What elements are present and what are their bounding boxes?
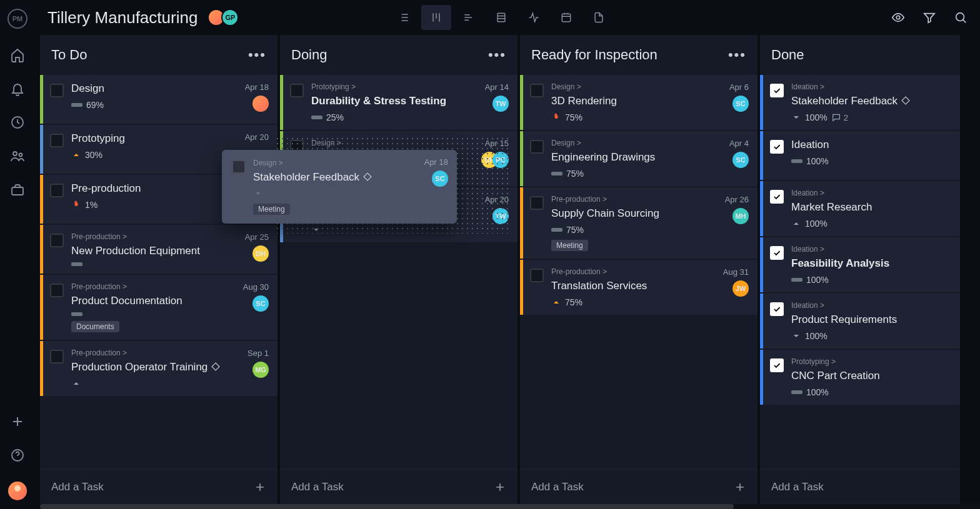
- gantt-view-icon[interactable]: [454, 5, 484, 30]
- assignee-avatars[interactable]: JW: [732, 280, 749, 297]
- task-card[interactable]: Pre-production > Product Documentation D…: [40, 275, 278, 340]
- assignee-avatars[interactable]: TW: [492, 96, 509, 112]
- task-checkbox[interactable]: [530, 84, 544, 97]
- dragging-card[interactable]: Design > Stakeholder Feedback Meeting Ap…: [222, 150, 457, 224]
- task-checkbox[interactable]: [50, 284, 64, 297]
- column-menu-icon[interactable]: •••: [728, 47, 746, 63]
- task-checkbox[interactable]: [50, 184, 64, 197]
- horizontal-scrollbar[interactable]: [40, 504, 980, 509]
- task-card[interactable]: Ideation > Stakeholder Feedback 100% 2: [760, 75, 960, 130]
- assignee-avatar[interactable]: SC: [432, 170, 448, 187]
- card-date: Sep 1: [248, 348, 269, 358]
- task-checkbox[interactable]: [770, 246, 784, 260]
- activity-view-icon[interactable]: [519, 5, 549, 30]
- task-card[interactable]: Prototyping > Durability & Stress Testin…: [280, 75, 518, 130]
- card-tag: Meeting: [551, 240, 588, 251]
- add-task-button[interactable]: Add a Task: [40, 469, 278, 504]
- card-meta: 100%: [791, 331, 951, 341]
- assignee-avatars[interactable]: DH: [252, 245, 269, 262]
- clock-icon[interactable]: [10, 115, 25, 130]
- card-meta: 100%: [791, 387, 951, 397]
- task-checkbox[interactable]: [50, 350, 64, 363]
- task-checkbox[interactable]: [530, 196, 544, 210]
- card-percent: 75%: [566, 169, 584, 179]
- add-task-button[interactable]: Add a Task: [760, 469, 960, 504]
- svg-rect-3: [12, 187, 23, 195]
- column-cards: Prototyping > Durability & Stress Testin…: [280, 75, 518, 469]
- task-checkbox[interactable]: [770, 84, 784, 97]
- plus-icon[interactable]: [10, 414, 25, 429]
- app-logo[interactable]: PM: [8, 9, 28, 29]
- task-checkbox[interactable]: [770, 140, 784, 154]
- home-icon[interactable]: [10, 47, 25, 62]
- assignee-avatar[interactable]: SC: [732, 152, 749, 168]
- assignee-avatar[interactable]: TW: [492, 96, 509, 112]
- assignee-avatar[interactable]: JW: [732, 280, 749, 297]
- task-checkbox[interactable]: [530, 269, 544, 282]
- card-meta: 100%: [791, 219, 951, 229]
- member-avatar[interactable]: GP: [221, 9, 239, 26]
- task-card[interactable]: Ideation > Product Requirements 100%: [760, 294, 960, 348]
- board-view-icon[interactable]: [421, 5, 451, 30]
- assignee-avatars[interactable]: MG: [252, 362, 269, 378]
- task-card[interactable]: Pre-production > Supply Chain Sourcing 7…: [520, 187, 758, 259]
- assignee-avatars[interactable]: SC: [252, 295, 269, 312]
- task-card[interactable]: Prototyping > CNC Part Creation 100%: [760, 350, 960, 405]
- task-card[interactable]: Pre-production > New Production Equipmen…: [40, 225, 278, 274]
- task-card[interactable]: Pre-production > Translation Services 75…: [520, 260, 758, 315]
- card-meta: 75%: [551, 169, 749, 179]
- card-breadcrumb: Pre-production >: [71, 232, 269, 241]
- people-icon[interactable]: [10, 149, 25, 164]
- eye-icon[interactable]: [891, 11, 905, 24]
- task-checkbox[interactable]: [770, 302, 784, 316]
- assignee-avatar[interactable]: MH: [732, 208, 749, 224]
- task-checkbox[interactable]: [50, 234, 64, 247]
- card-breadcrumb: Pre-production >: [551, 267, 749, 276]
- task-card[interactable]: Design > 3D Rendering 75% Apr 6SC: [520, 75, 758, 130]
- svg-point-1: [13, 152, 17, 156]
- project-members[interactable]: GP: [208, 9, 239, 26]
- column-menu-icon[interactable]: •••: [488, 47, 506, 63]
- task-checkbox[interactable]: [770, 358, 784, 372]
- calendar-view-icon[interactable]: [551, 5, 581, 30]
- card-meta: 69%: [71, 100, 269, 110]
- task-checkbox[interactable]: [290, 84, 304, 97]
- assignee-avatars[interactable]: SC: [732, 96, 749, 112]
- assignee-avatars[interactable]: [252, 96, 269, 112]
- add-task-button[interactable]: Add a Task: [520, 469, 758, 504]
- filter-icon[interactable]: [922, 11, 936, 24]
- assignee-avatar[interactable]: [252, 96, 269, 112]
- user-avatar[interactable]: [8, 482, 27, 500]
- task-checkbox[interactable]: [232, 160, 246, 174]
- search-icon[interactable]: [954, 11, 968, 24]
- task-card[interactable]: Design 69% Apr 18: [40, 75, 278, 124]
- task-checkbox[interactable]: [50, 84, 64, 97]
- card-percent: 100%: [805, 112, 828, 122]
- column-menu-icon[interactable]: •••: [248, 47, 266, 63]
- card-title: New Production Equipment: [71, 245, 269, 257]
- task-checkbox[interactable]: [530, 140, 544, 154]
- assignee-avatar[interactable]: DH: [252, 245, 269, 262]
- card-breadcrumb: Pre-production >: [71, 348, 269, 357]
- assignee-avatar[interactable]: SC: [252, 295, 269, 312]
- card-breadcrumb: Prototyping >: [791, 357, 951, 366]
- bell-icon[interactable]: [10, 81, 25, 96]
- assignee-avatar[interactable]: MG: [252, 362, 269, 378]
- briefcase-icon[interactable]: [10, 182, 25, 197]
- task-card[interactable]: Pre-production > Production Operator Tra…: [40, 341, 278, 396]
- task-card[interactable]: Ideation > Feasibility Analysis 100%: [760, 237, 960, 292]
- add-task-button[interactable]: Add a Task: [280, 469, 518, 504]
- task-card[interactable]: Ideation > Market Research 100%: [760, 181, 960, 236]
- assignee-avatars[interactable]: MH: [732, 208, 749, 224]
- task-checkbox[interactable]: [770, 190, 784, 204]
- help-icon[interactable]: [10, 448, 25, 463]
- task-card[interactable]: Ideation 100%: [760, 131, 960, 180]
- assignee-avatars[interactable]: SC: [732, 152, 749, 168]
- sheet-view-icon[interactable]: [486, 5, 516, 30]
- assignee-avatar[interactable]: SC: [732, 96, 749, 112]
- task-checkbox[interactable]: [50, 134, 64, 147]
- file-view-icon[interactable]: [584, 5, 614, 30]
- list-view-icon[interactable]: [389, 5, 419, 30]
- card-tag: Meeting: [253, 204, 290, 215]
- task-card[interactable]: Design > Engineering Drawings 75% Apr 4S…: [520, 131, 758, 186]
